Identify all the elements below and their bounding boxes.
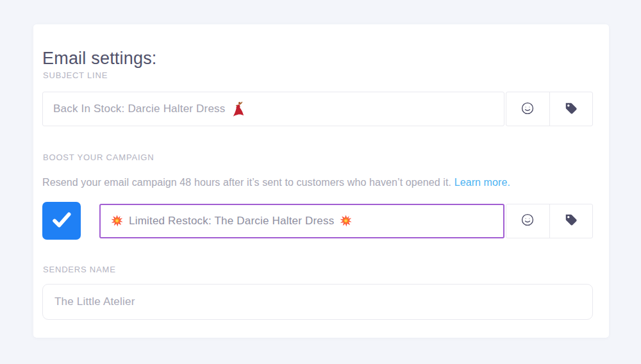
boost-subject-value: Limited Restock: The Darcie Halter Dress: [129, 215, 334, 228]
senders-name-input[interactable]: The Little Atelier: [42, 284, 593, 320]
subject-line-input[interactable]: Back In Stock: Darcie Halter Dress: [42, 92, 504, 126]
emoji-picker-button[interactable]: [506, 92, 549, 126]
tag-icon: [564, 101, 578, 117]
subject-line-row: Back In Stock: Darcie Halter Dress: [42, 92, 593, 126]
smiley-icon: [520, 213, 535, 229]
boost-row: Limited Restock: The Darcie Halter Dress: [42, 202, 593, 240]
boost-subject-input[interactable]: Limited Restock: The Darcie Halter Dress: [99, 204, 504, 238]
subject-line-label: SUBJECT LINE: [43, 70, 108, 80]
senders-name-value: The Little Atelier: [54, 295, 135, 308]
boost-toolbar: [506, 204, 593, 238]
page-title: Email settings:: [42, 47, 157, 69]
smiley-icon: [520, 101, 535, 117]
collision-emoji: [340, 215, 352, 227]
boost-checkbox[interactable]: [42, 202, 81, 240]
merge-tag-button[interactable]: [549, 204, 593, 238]
senders-name-row: The Little Atelier: [42, 284, 593, 320]
merge-tag-button[interactable]: [549, 92, 593, 126]
subject-line-value: Back In Stock: Darcie Halter Dress: [53, 103, 226, 115]
tag-icon: [564, 213, 578, 229]
woman-dancing-emoji: [232, 101, 246, 117]
learn-more-link[interactable]: Learn more.: [454, 177, 510, 188]
emoji-picker-button[interactable]: [506, 204, 549, 238]
senders-name-label: SENDERS NAME: [43, 265, 116, 274]
collision-emoji: [111, 215, 123, 227]
boost-description-text: Resend your email campaign 48 hours afte…: [42, 177, 451, 188]
email-settings-card: Email settings: SUBJECT LINE Back In Sto…: [33, 24, 609, 338]
subject-toolbar: [506, 92, 593, 126]
checkmark-icon: [48, 206, 75, 236]
boost-description: Resend your email campaign 48 hours afte…: [42, 176, 593, 189]
boost-campaign-label: BOOST YOUR CAMPAIGN: [43, 153, 154, 162]
